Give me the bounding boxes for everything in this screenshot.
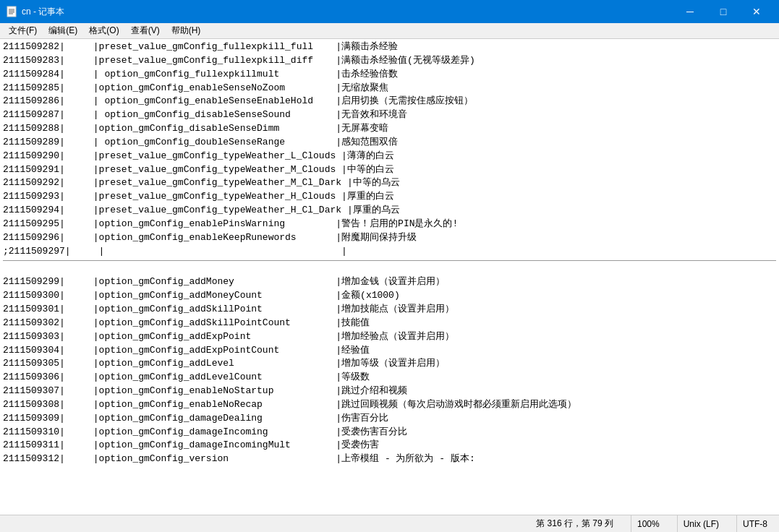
menu-help[interactable]: 帮助(H) (166, 23, 207, 38)
text-line: 2111509290| |preset_value_gmConfig_typeW… (3, 150, 776, 163)
text-line: 2111509289| | option_gmConfig_doubleSens… (3, 136, 776, 150)
text-line (3, 262, 776, 276)
window-controls: ─ □ ✕ (673, 0, 773, 23)
content-area: 2111509282| |preset_value_gmConfig_fulle… (0, 39, 779, 515)
app-icon (6, 6, 17, 17)
text-line: 2111509312| |option_gmConfig_version |上帝… (3, 452, 776, 466)
window-title: cn - 记事本 (22, 6, 673, 18)
text-line: 2111509292| |preset_value_gmConfig_typeW… (3, 176, 776, 190)
line-ending: Unix (LF) (677, 515, 725, 532)
menu-bar: 文件(F) 编辑(E) 格式(O) 查看(V) 帮助(H) (0, 23, 779, 39)
text-editor[interactable]: 2111509282| |preset_value_gmConfig_fulle… (0, 39, 779, 515)
text-line: 2111509301| |option_gmConfig_addSkillPoi… (3, 303, 776, 317)
close-button[interactable]: ✕ (740, 0, 773, 23)
status-bar: 第 316 行，第 79 列 100% Unix (LF) UTF-8 (0, 515, 779, 532)
text-line: 2111509307| |option_gmConfig_enableNoSta… (3, 385, 776, 398)
menu-edit[interactable]: 编辑(E) (43, 23, 83, 38)
text-line: 2111509309| |option_gmConfig_damageDeali… (3, 412, 776, 426)
text-line: 2111509284| | option_gmConfig_fullexpkil… (3, 68, 776, 82)
text-line: 2111509306| |option_gmConfig_addLevelCou… (3, 371, 776, 385)
text-line: 2111509288| |option_gmConfig_disableSens… (3, 122, 776, 136)
text-line: 2111509296| |option_gmConfig_enableKeepR… (3, 231, 776, 245)
text-line: 2111509308| |option_gmConfig_enableNoRec… (3, 398, 776, 412)
text-line: 2111509286| | option_gmConfig_enableSens… (3, 95, 776, 108)
text-line: 2111509305| |option_gmConfig_addLevel |增… (3, 357, 776, 371)
separator (3, 260, 776, 261)
text-line: 2111509311| |option_gmConfig_damageIncom… (3, 439, 776, 452)
text-line: 2111509287| | option_gmConfig_disableSen… (3, 108, 776, 122)
text-line: 2111509282| |preset_value_gmConfig_fulle… (3, 40, 776, 54)
maximize-button[interactable]: □ (707, 0, 740, 23)
text-line: 2111509303| |option_gmConfig_addExpPoint… (3, 330, 776, 344)
text-line: 2111509294| |preset_value_gmConfig_typeW… (3, 204, 776, 218)
title-bar: cn - 记事本 ─ □ ✕ (0, 0, 779, 23)
minimize-button[interactable]: ─ (673, 0, 707, 23)
text-line: 2111509285| |option_gmConfig_enableSense… (3, 82, 776, 95)
text-line: 2111509304| |option_gmConfig_addExpPoint… (3, 344, 776, 358)
text-line: 2111509293| |preset_value_gmConfig_typeW… (3, 190, 776, 204)
menu-file[interactable]: 文件(F) (3, 23, 43, 38)
svg-rect-0 (7, 7, 16, 17)
menu-view[interactable]: 查看(V) (125, 23, 166, 38)
zoom-level: 100% (631, 515, 665, 532)
text-line: 2111509300| |option_gmConfig_addMoneyCou… (3, 289, 776, 303)
menu-format[interactable]: 格式(O) (83, 23, 124, 38)
text-line: 2111509302| |option_gmConfig_addSkillPoi… (3, 317, 776, 330)
text-line: 2111509291| |preset_value_gmConfig_typeW… (3, 163, 776, 177)
text-line: 2111509310| |option_gmConfig_damageIncom… (3, 426, 776, 439)
text-line: 2111509295| |option_gmConfig_enablePinsW… (3, 218, 776, 231)
text-line: 2111509299| |option_gmConfig_addMoney |增… (3, 275, 776, 289)
text-line: 2111509283| |preset_value_gmConfig_fulle… (3, 54, 776, 68)
text-line: ;2111509297| | | (3, 245, 776, 259)
encoding: UTF-8 (736, 515, 773, 532)
cursor-position: 第 316 行，第 79 列 (530, 515, 619, 532)
